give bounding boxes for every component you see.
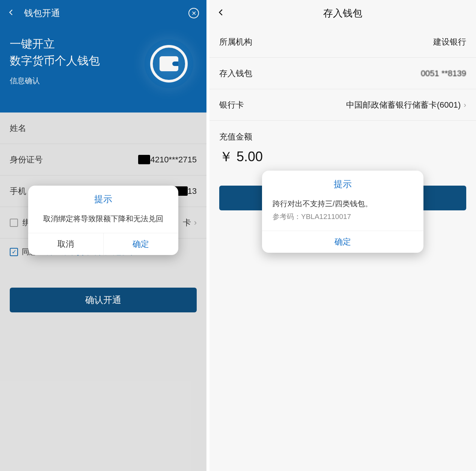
card-value: 中国邮政储蓄银行储蓄卡(6001) (346, 99, 461, 111)
dialog-ref: 参考码：YBLA12110017 (273, 211, 413, 222)
dialog-message: 跨行对出不支持三/四类钱包。 (273, 198, 413, 210)
hero-banner: 一键开立 数字货币个人钱包 信息确认 (0, 26, 206, 112)
org-label: 所属机构 (219, 36, 433, 48)
navbar: 钱包开通 ✕ (0, 0, 206, 26)
checkbox-icon[interactable] (10, 219, 18, 227)
page-title: 钱包开通 (24, 7, 188, 19)
row-id[interactable]: 身份证号 424210***2715 (0, 144, 206, 176)
bind-suffix: 卡 (183, 217, 191, 228)
ok-button[interactable]: 确定 (104, 233, 179, 255)
card-label: 银行卡 (219, 99, 346, 111)
close-icon[interactable]: ✕ (188, 8, 199, 18)
wallet-label: 存入钱包 (219, 68, 421, 79)
agree-checkbox[interactable]: ✓ (10, 248, 18, 256)
back-icon[interactable] (8, 8, 17, 18)
dialog-title: 提示 (28, 186, 178, 210)
cancel-button[interactable]: 取消 (28, 233, 104, 255)
row-wallet[interactable]: 存入钱包 0051 **8139 (209, 58, 476, 89)
info-list: 所属机构 建设银行 存入钱包 0051 **8139 银行卡 中国邮政储蓄银行储… (209, 26, 476, 121)
navbar: 存入钱包 (209, 0, 476, 26)
confirm-dialog: 提示 取消绑定将导致限额下降和无法兑回 取消 确定 (28, 186, 178, 255)
dialog-actions: 确定 (262, 231, 423, 253)
id-value: 424210***2715 (138, 155, 197, 165)
wallet-icon (145, 39, 193, 88)
name-label: 姓名 (10, 123, 197, 134)
wallet-value: 0051 **8139 (421, 69, 466, 78)
alert-dialog: 提示 跨行对出不支持三/四类钱包。 参考码：YBLA12110017 确定 (262, 171, 423, 253)
dialog-body: 取消绑定将导致限额下降和无法兑回 (28, 210, 178, 233)
chevron-right-icon: › (464, 100, 466, 109)
row-card[interactable]: 银行卡 中国邮政储蓄银行储蓄卡(6001) › (209, 89, 476, 121)
confirm-open-button[interactable]: 确认开通 (10, 288, 197, 312)
id-label: 身份证号 (10, 154, 138, 165)
dialog-title: 提示 (262, 171, 423, 195)
chevron-right-icon: › (194, 218, 197, 228)
row-name[interactable]: 姓名 (0, 112, 206, 144)
page-title: 存入钱包 (233, 7, 452, 20)
phone-deposit: 存入钱包 所属机构 建设银行 存入钱包 0051 **8139 银行卡 中国邮政… (209, 0, 476, 471)
dialog-actions: 取消 确定 (28, 233, 178, 255)
amount-label: 充值金额 (209, 121, 476, 146)
org-value: 建设银行 (433, 36, 466, 48)
back-icon[interactable] (217, 7, 226, 19)
phone-wallet-open: 钱包开通 ✕ 一键开立 数字货币个人钱包 信息确认 姓名 身份证号 424210… (0, 0, 206, 471)
row-org[interactable]: 所属机构 建设银行 (209, 26, 476, 58)
ok-button[interactable]: 确定 (262, 231, 423, 253)
amount-value[interactable]: ￥ 5.00 (209, 146, 476, 174)
dialog-body: 跨行对出不支持三/四类钱包。 参考码：YBLA12110017 (262, 195, 423, 231)
